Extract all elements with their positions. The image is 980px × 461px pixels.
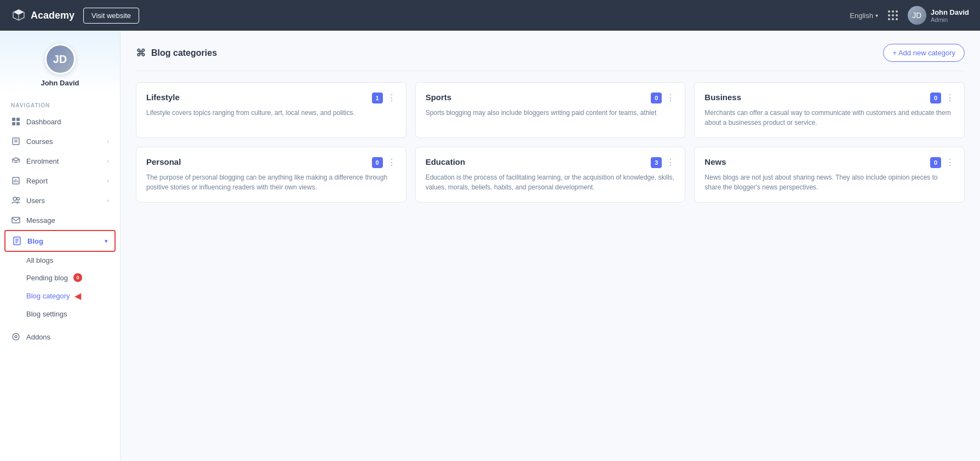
education-description: Education is the process of facilitating… xyxy=(426,172,675,192)
sidebar-item-pending-blog[interactable]: Pending blog 0 xyxy=(26,269,120,286)
svg-point-19 xyxy=(15,336,17,338)
svg-point-11 xyxy=(13,197,16,200)
blog-category-label: Blog category xyxy=(26,292,70,300)
sidebar-item-blog[interactable]: Blog ▾ xyxy=(4,230,116,252)
add-category-button[interactable]: + Add new category xyxy=(883,44,965,62)
pending-badge: 0 xyxy=(73,273,82,282)
news-description: News blogs are not just about sharing ne… xyxy=(704,172,954,192)
business-more-button[interactable]: ⋮ xyxy=(945,94,954,102)
pending-blog-label: Pending blog xyxy=(26,274,68,282)
svg-rect-0 xyxy=(12,118,15,121)
personal-count: 0 xyxy=(372,157,383,168)
category-card-education: Education 3 ⋮ Education is the process o… xyxy=(415,147,686,203)
dashboard-icon xyxy=(11,117,21,126)
svg-point-12 xyxy=(17,198,20,200)
sidebar-item-report[interactable]: Report › xyxy=(0,171,120,191)
sidebar-item-enrolment[interactable]: Enrolment › xyxy=(0,151,120,171)
lifestyle-title: Lifestyle xyxy=(146,93,180,102)
personal-title: Personal xyxy=(146,157,181,166)
category-card-sports: Sports 0 ⋮ Sports blogging may also incl… xyxy=(415,82,686,138)
svg-rect-1 xyxy=(16,118,20,121)
education-title: Education xyxy=(426,157,466,166)
blog-icon xyxy=(12,236,22,246)
category-card-lifestyle: Lifestyle 1 ⋮ Lifestyle covers topics ra… xyxy=(136,82,406,138)
enrolment-label: Enrolment xyxy=(26,157,59,165)
sidebar-item-users[interactable]: Users › xyxy=(0,191,120,210)
blog-chevron-icon: ▾ xyxy=(105,238,108,245)
lifestyle-description: Lifestyle covers topics ranging from cul… xyxy=(146,108,396,118)
blog-category-arrow-icon: ◀ xyxy=(74,291,81,301)
blog-categories-icon: ⌘ xyxy=(136,47,146,59)
category-card-personal: Personal 0 ⋮ The purpose of personal blo… xyxy=(136,147,406,203)
category-card-business: Business 0 ⋮ Merchants can offer a casua… xyxy=(694,82,965,138)
courses-icon xyxy=(11,136,21,146)
top-navigation: Academy Visit website English ▾ JD John … xyxy=(0,0,980,31)
profile-name: John David xyxy=(41,79,79,87)
svg-rect-3 xyxy=(16,122,20,125)
lifestyle-count: 1 xyxy=(372,93,383,103)
education-count: 3 xyxy=(651,157,662,168)
page-title-text: Blog categories xyxy=(151,48,217,58)
sidebar-item-all-blogs[interactable]: All blogs xyxy=(26,252,120,269)
sidebar-item-message[interactable]: Message xyxy=(0,210,120,230)
blog-label: Blog xyxy=(27,237,43,245)
sidebar-item-addons[interactable]: Addons xyxy=(0,327,120,347)
sports-count: 0 xyxy=(651,93,662,103)
users-chevron-icon: › xyxy=(107,197,109,204)
sidebar-profile: JD John David xyxy=(0,31,120,94)
sidebar-item-courses[interactable]: Courses › xyxy=(0,131,120,151)
svg-point-18 xyxy=(13,333,19,340)
sidebar-item-blog-settings[interactable]: Blog settings xyxy=(26,306,120,322)
business-count: 0 xyxy=(930,93,941,103)
news-title: News xyxy=(704,157,726,166)
nav-section-label: NAVIGATION xyxy=(0,94,120,112)
education-more-button[interactable]: ⋮ xyxy=(666,158,675,167)
courses-chevron-icon: › xyxy=(107,138,109,145)
dashboard-label: Dashboard xyxy=(26,118,61,126)
svg-rect-4 xyxy=(13,138,19,145)
blog-submenu: All blogs Pending blog 0 Blog category ◀… xyxy=(0,252,120,322)
category-card-news: News 0 ⋮ News blogs are not just about s… xyxy=(694,147,965,203)
news-more-button[interactable]: ⋮ xyxy=(945,158,954,167)
personal-description: The purpose of personal blogging can be … xyxy=(146,172,396,192)
report-chevron-icon: › xyxy=(107,177,109,184)
visit-website-button[interactable]: Visit website xyxy=(83,8,139,24)
language-selector[interactable]: English ▾ xyxy=(850,11,878,20)
personal-more-button[interactable]: ⋮ xyxy=(387,158,396,167)
users-label: Users xyxy=(26,197,45,205)
main-content: ⌘ Blog categories + Add new category Lif… xyxy=(121,31,980,461)
users-icon xyxy=(11,195,21,205)
blog-settings-label: Blog settings xyxy=(26,310,67,318)
all-blogs-label: All blogs xyxy=(26,256,53,264)
addons-icon xyxy=(11,332,21,342)
sidebar: JD John David NAVIGATION Dashboard Cours… xyxy=(0,31,121,461)
category-grid: Lifestyle 1 ⋮ Lifestyle covers topics ra… xyxy=(136,82,965,203)
business-description: Merchants can offer a casual way to comm… xyxy=(704,108,954,128)
news-count: 0 xyxy=(930,157,941,168)
sidebar-item-dashboard[interactable]: Dashboard xyxy=(0,112,120,131)
business-title: Business xyxy=(704,93,741,102)
logo[interactable]: Academy xyxy=(11,8,74,23)
language-label: English xyxy=(850,11,873,20)
sports-more-button[interactable]: ⋮ xyxy=(666,94,675,102)
profile-avatar: JD xyxy=(45,44,76,74)
chevron-down-icon: ▾ xyxy=(875,13,878,19)
logo-text: Academy xyxy=(31,10,74,21)
message-label: Message xyxy=(26,216,55,224)
lifestyle-more-button[interactable]: ⋮ xyxy=(387,94,396,102)
addons-label: Addons xyxy=(26,333,50,341)
enrolment-chevron-icon: › xyxy=(107,158,109,164)
report-icon xyxy=(11,176,21,186)
user-info[interactable]: JD John David Admin xyxy=(908,6,969,25)
svg-rect-2 xyxy=(12,122,15,125)
sports-description: Sports blogging may also include blogger… xyxy=(426,108,675,118)
sidebar-item-blog-category[interactable]: Blog category ◀ xyxy=(26,286,120,306)
user-name: John David xyxy=(931,8,969,16)
apps-grid-icon[interactable] xyxy=(888,10,898,20)
academy-logo-icon xyxy=(11,8,26,23)
avatar: JD xyxy=(908,6,926,25)
sports-title: Sports xyxy=(426,93,452,102)
svg-rect-13 xyxy=(12,217,20,223)
page-header: ⌘ Blog categories + Add new category xyxy=(136,44,965,71)
message-icon xyxy=(11,215,21,225)
